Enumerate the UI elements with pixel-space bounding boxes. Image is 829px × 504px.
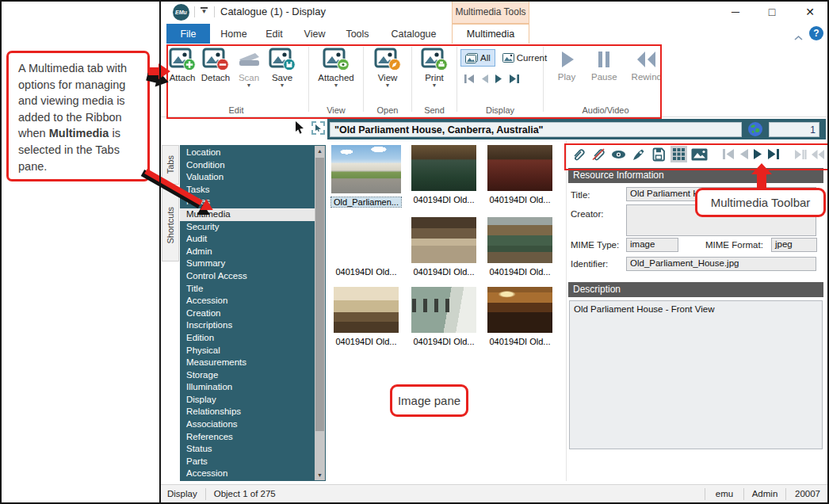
- thumbnail-image-gallery[interactable]: [411, 287, 476, 333]
- detach-paperclip-slash-icon[interactable]: [590, 147, 606, 162]
- play-pause-icon[interactable]: [794, 149, 807, 160]
- identifier-field[interactable]: Old_Parliament_House.jpg: [626, 257, 816, 271]
- attach-paperclip-icon[interactable]: [571, 147, 586, 162]
- pointer-cursor-icon[interactable]: [294, 120, 306, 135]
- thumbnail-cell[interactable]: 040194DI Old...: [408, 217, 479, 277]
- sidebar-item-status[interactable]: Status: [180, 443, 319, 456]
- sidebar-scrollbar[interactable]: ▲ ▼: [315, 146, 325, 480]
- contextual-tab-multimedia-tools[interactable]: Multimedia Tools: [452, 0, 529, 24]
- save-floppy-icon[interactable]: [651, 147, 667, 162]
- help-icon[interactable]: ?: [809, 26, 823, 40]
- sidebar-item-physical[interactable]: Physical: [180, 345, 319, 357]
- thumbnail-grid-view-button-active[interactable]: [670, 146, 687, 162]
- tab-tools[interactable]: Tools: [339, 24, 376, 44]
- sidebar-item-relationships[interactable]: Relationships: [180, 406, 319, 418]
- thumbnail-label[interactable]: 040194DI Old...: [487, 267, 552, 277]
- tab-view[interactable]: View: [298, 24, 331, 44]
- sidebar-item-references[interactable]: References: [180, 431, 319, 444]
- thumbnail-cell[interactable]: Old_Parliamen...: [329, 145, 403, 207]
- next-record-icon[interactable]: [495, 74, 503, 84]
- sidebar-item-control-access[interactable]: Control Access: [180, 270, 319, 283]
- rewind-media-icon[interactable]: [811, 149, 825, 160]
- launch-rocket-icon[interactable]: [631, 147, 647, 162]
- mime-format-field[interactable]: jpeg: [771, 238, 817, 252]
- thumbnail-image-front-view[interactable]: [331, 145, 401, 193]
- view-button[interactable]: View ▼: [371, 44, 404, 88]
- scan-dropdown-icon[interactable]: ▼: [246, 83, 252, 88]
- sidebar-item-creation[interactable]: Creation: [180, 307, 319, 320]
- thumbnail-cell[interactable]: 040194DI Old...: [484, 287, 556, 346]
- thumbnail-image-green-chamber[interactable]: [411, 145, 476, 191]
- minimize-button[interactable]: ─: [724, 3, 747, 21]
- detach-button[interactable]: Detach: [199, 44, 232, 82]
- thumbnail-cell[interactable]: 040194DI Old...: [408, 145, 479, 207]
- rewind-button[interactable]: Rewind: [632, 49, 662, 82]
- thumbnail-label[interactable]: 040194DI Old...: [333, 267, 399, 277]
- sidebar-item-audit[interactable]: Audit: [180, 233, 319, 246]
- first-media-icon[interactable]: [722, 148, 735, 160]
- sidebar-item-associations[interactable]: Associations: [180, 418, 319, 431]
- record-count-field[interactable]: 1: [769, 122, 819, 137]
- globe-icon[interactable]: [747, 121, 763, 137]
- sidebar-item-parts[interactable]: Parts: [180, 456, 319, 468]
- sidebar-item-accession[interactable]: Accession: [180, 295, 319, 307]
- sidebar-item-title[interactable]: Title: [180, 283, 319, 296]
- first-record-icon[interactable]: [464, 74, 475, 84]
- sidebar-item-location[interactable]: Location: [180, 147, 319, 159]
- attached-button[interactable]: Attached ▼: [312, 44, 360, 88]
- thumbnail-label[interactable]: 040194DI Old...: [487, 195, 552, 204]
- tab-edit[interactable]: Edit: [258, 24, 290, 44]
- thumbnail-label[interactable]: 040194DI Old...: [333, 337, 399, 346]
- sidebar-item-security[interactable]: Security: [180, 221, 319, 234]
- tab-multimedia-active[interactable]: Multimedia: [452, 24, 529, 44]
- description-field[interactable]: Old Parliament House - Front View: [569, 300, 823, 449]
- view-eye-icon[interactable]: [610, 147, 627, 162]
- last-media-icon[interactable]: [767, 148, 780, 160]
- thumbnail-cell[interactable]: 040194DI Old...: [484, 145, 556, 207]
- maximize-button[interactable]: □: [760, 3, 784, 21]
- sidebar-item-measurements[interactable]: Measurements: [180, 357, 319, 369]
- thumbnail-cell[interactable]: 040194DI Old...: [484, 217, 556, 277]
- view-dropdown-icon[interactable]: ▼: [385, 83, 391, 88]
- thumbnail-image-bar-room[interactable]: [487, 287, 552, 333]
- last-record-icon[interactable]: [509, 74, 520, 84]
- display-all-button[interactable]: All: [460, 49, 495, 67]
- mime-type-field[interactable]: image: [626, 238, 678, 252]
- thumbnail-label[interactable]: 040194DI Old...: [487, 337, 552, 346]
- print-button[interactable]: Print ▼: [418, 44, 451, 88]
- tab-file[interactable]: File: [166, 24, 210, 44]
- display-current-button[interactable]: Current: [498, 49, 552, 67]
- thumbnail-image-doorway[interactable]: [334, 217, 399, 263]
- pause-button[interactable]: Pause: [591, 49, 617, 82]
- next-media-icon[interactable]: [753, 148, 763, 160]
- thumbnail-cell[interactable]: 040194DI Old...: [408, 287, 479, 346]
- sidebar-item-accession-2[interactable]: Accession: [180, 468, 319, 480]
- single-image-view-icon[interactable]: [691, 147, 708, 162]
- thumbnail-image-lobby[interactable]: [411, 217, 476, 263]
- thumbnail-cell[interactable]: 040194DI Old...: [329, 217, 403, 277]
- thumbnail-label-selected[interactable]: Old_Parliamen...: [331, 197, 401, 207]
- thumbnail-cell[interactable]: 040194DI Old...: [329, 287, 403, 346]
- collapse-ribbon-icon[interactable]: [794, 30, 803, 44]
- thumbnail-image-hall[interactable]: [334, 287, 399, 333]
- sidebar-item-summary[interactable]: Summary: [180, 258, 319, 270]
- tab-catalogue[interactable]: Catalogue: [387, 24, 441, 44]
- play-button[interactable]: Play: [556, 49, 577, 82]
- close-button[interactable]: ✕: [798, 3, 822, 21]
- sidebar-item-admin[interactable]: Admin: [180, 246, 319, 258]
- print-dropdown-icon[interactable]: ▼: [432, 83, 437, 88]
- quick-access-customize-icon[interactable]: ▼: [200, 7, 208, 17]
- sidebar-item-storage[interactable]: Storage: [180, 369, 319, 382]
- thumbnail-image-red-chamber[interactable]: [487, 145, 552, 191]
- sidebar-item-edition[interactable]: Edition: [180, 332, 319, 345]
- sidebar-item-display[interactable]: Display: [180, 394, 319, 407]
- thumbnail-label[interactable]: 040194DI Old...: [411, 195, 476, 204]
- sidebar-item-inscriptions[interactable]: Inscriptions: [180, 319, 319, 332]
- thumbnail-label[interactable]: 040194DI Old...: [411, 337, 476, 346]
- scroll-up-icon[interactable]: ▲: [315, 146, 325, 156]
- scrollbar-thumb[interactable]: [315, 158, 324, 431]
- scroll-down-icon[interactable]: ▼: [315, 470, 325, 480]
- save-dropdown-icon[interactable]: ▼: [280, 83, 285, 88]
- tab-home[interactable]: Home: [216, 24, 251, 44]
- previous-media-icon[interactable]: [739, 148, 749, 160]
